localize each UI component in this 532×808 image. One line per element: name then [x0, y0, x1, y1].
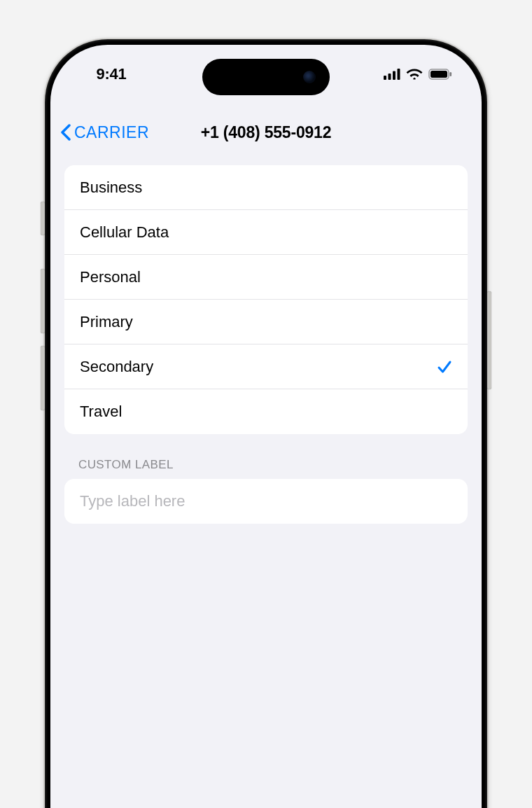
custom-label-header: CUSTOM LABEL [78, 458, 454, 472]
status-indicators [375, 69, 452, 80]
label-text: Primary [80, 313, 133, 331]
custom-label-row[interactable] [64, 479, 468, 524]
svg-rect-0 [384, 76, 386, 80]
cellular-icon [384, 69, 400, 80]
volume-up-button [41, 269, 45, 333]
label-text: Personal [80, 268, 141, 286]
battery-icon [428, 69, 452, 80]
svg-rect-2 [393, 71, 396, 81]
custom-label-input[interactable] [80, 492, 452, 510]
back-button[interactable]: CARRIER [59, 122, 149, 143]
label-option-personal[interactable]: Personal [64, 255, 468, 300]
label-list: Business Cellular Data Personal [64, 165, 468, 434]
checkmark-icon [437, 359, 452, 375]
svg-rect-6 [450, 72, 452, 76]
label-text: Cellular Data [80, 223, 169, 242]
nav-bar: CARRIER +1 (408) 555-0912 [50, 113, 482, 151]
wifi-icon [406, 69, 423, 80]
svg-rect-5 [430, 71, 447, 78]
chevron-left-icon [59, 122, 72, 143]
label-text: Business [80, 179, 142, 197]
dynamic-island [202, 59, 330, 95]
custom-label-group [64, 479, 468, 524]
power-button [487, 291, 491, 389]
label-text: Travel [80, 403, 122, 421]
label-option-cellular-data[interactable]: Cellular Data [64, 210, 468, 255]
status-time: 9:41 [80, 65, 143, 83]
svg-rect-3 [398, 69, 400, 80]
back-label: CARRIER [74, 123, 149, 142]
device-frame: 9:41 CARRIER [45, 39, 487, 808]
content: CARRIER +1 (408) 555-0912 Business Cellu… [50, 113, 482, 808]
label-option-travel[interactable]: Travel [64, 389, 468, 434]
screen: 9:41 CARRIER [50, 45, 482, 808]
volume-down-button [41, 346, 45, 410]
label-text: Secondary [80, 358, 153, 376]
label-option-primary[interactable]: Primary [64, 300, 468, 344]
svg-rect-1 [388, 74, 391, 80]
mute-switch [41, 202, 45, 235]
label-option-secondary[interactable]: Secondary [64, 344, 468, 389]
page-title: +1 (408) 555-0912 [201, 123, 332, 142]
label-option-business[interactable]: Business [64, 165, 468, 210]
